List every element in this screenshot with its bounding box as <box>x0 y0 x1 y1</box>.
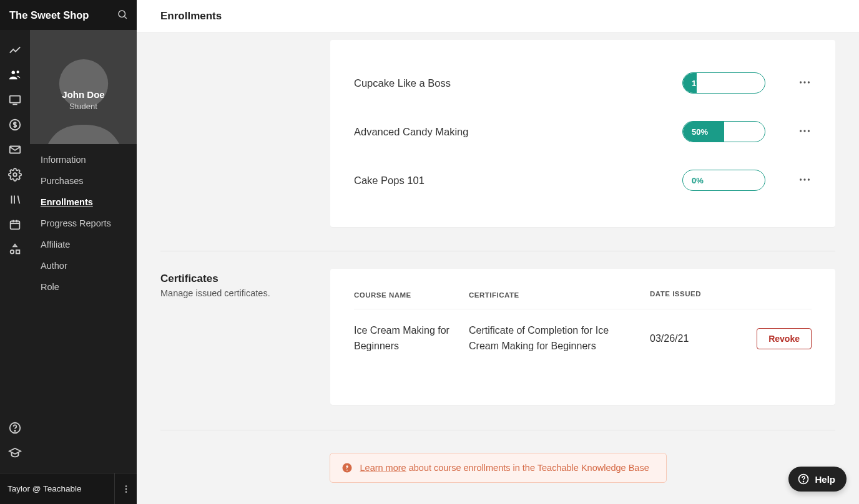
help-label: Help <box>815 474 835 485</box>
enrollment-row: Cake Pops 101 0% <box>354 156 812 205</box>
account-more-icon[interactable] <box>114 473 137 505</box>
courses-icon[interactable] <box>0 187 30 212</box>
section-divider <box>160 430 835 430</box>
analytics-icon[interactable] <box>0 37 30 62</box>
progress-pill: 17% <box>682 72 765 94</box>
user-menu-progress-reports[interactable]: Progress Reports <box>30 213 137 234</box>
col-head-date: Date Issued <box>650 290 719 301</box>
graduation-icon[interactable] <box>0 440 30 465</box>
col-head-course: Course Name <box>354 290 469 301</box>
svg-line-1 <box>124 16 126 18</box>
progress-pill: 50% <box>682 121 765 142</box>
user-menu: Information Purchases Enrollments Progre… <box>30 144 137 303</box>
main-area: Enrollments Cupcake Like a Boss 17% Adva… <box>137 0 859 504</box>
account-footer: Taylor @ Teachable <box>0 473 137 504</box>
enrollment-course-name: Advanced Candy Making <box>354 126 682 138</box>
icon-rail <box>0 0 30 504</box>
user-sidebar: John Doe Student Information Purchases E… <box>30 30 137 473</box>
site-icon[interactable] <box>0 87 30 112</box>
user-menu-enrollments[interactable]: Enrollments <box>30 191 137 213</box>
svg-rect-19 <box>16 250 20 254</box>
info-icon <box>341 462 353 473</box>
emails-icon[interactable] <box>0 137 30 162</box>
svg-point-28 <box>808 81 810 83</box>
certificates-card: Course Name Certificate Date Issued Ice … <box>330 269 835 405</box>
enrollment-row: Advanced Candy Making 50% <box>354 107 812 156</box>
user-menu-information[interactable]: Information <box>30 149 137 170</box>
brand-title[interactable]: The Sweet Shop <box>9 9 117 21</box>
progress-pill: 0% <box>682 170 765 191</box>
apps-icon[interactable] <box>0 237 30 262</box>
svg-point-2 <box>12 71 16 75</box>
svg-point-24 <box>125 488 126 489</box>
svg-point-30 <box>803 130 805 132</box>
progress-percent: 50% <box>683 122 765 142</box>
revoke-button[interactable]: Revoke <box>757 328 812 349</box>
certificates-subheading: Manage issued certificates. <box>160 288 330 298</box>
svg-point-21 <box>14 430 15 431</box>
enrollments-card: Cupcake Like a Boss 17% Advanced Candy M… <box>330 40 835 227</box>
svg-point-0 <box>119 11 125 17</box>
help-icon[interactable] <box>0 415 30 440</box>
help-button[interactable]: Help <box>788 467 847 492</box>
page-title: Enrollments <box>160 10 222 22</box>
settings-icon[interactable] <box>0 162 30 187</box>
svg-point-23 <box>125 485 126 487</box>
user-profile-card: John Doe Student <box>30 30 137 144</box>
row-more-icon[interactable] <box>798 75 812 91</box>
main-header: Enrollments <box>137 0 859 32</box>
svg-point-3 <box>16 70 19 73</box>
enrollment-row: Cupcake Like a Boss 17% <box>354 59 812 107</box>
certificate-row: Ice Cream Making for Beginners Certifica… <box>354 309 812 368</box>
svg-rect-13 <box>11 221 20 230</box>
cert-name: Certificate of Completion for Ice Cream … <box>469 323 650 354</box>
section-divider <box>160 251 835 251</box>
users-icon[interactable] <box>0 62 30 87</box>
svg-point-37 <box>803 482 804 482</box>
row-more-icon[interactable] <box>798 173 812 188</box>
progress-percent: 0% <box>683 170 765 190</box>
svg-point-27 <box>803 81 805 83</box>
enrollment-course-name: Cake Pops 101 <box>354 175 682 187</box>
calendar-icon[interactable] <box>0 212 30 237</box>
search-icon[interactable] <box>117 9 128 22</box>
svg-point-26 <box>800 81 802 83</box>
svg-rect-4 <box>10 96 21 103</box>
svg-point-29 <box>800 130 802 132</box>
user-name: John Doe <box>62 89 104 100</box>
banner-text: about course enrollments in the Teachabl… <box>406 463 649 473</box>
user-menu-role[interactable]: Role <box>30 276 137 298</box>
svg-point-34 <box>808 178 810 180</box>
svg-point-33 <box>803 178 805 180</box>
user-role: Student <box>69 102 97 111</box>
svg-point-22 <box>59 59 107 108</box>
user-menu-author[interactable]: Author <box>30 255 137 276</box>
enrollment-course-name: Cupcake Like a Boss <box>354 77 682 89</box>
learn-more-banner: Learn more about course enrollments in t… <box>330 453 667 483</box>
cert-date: 03/26/21 <box>650 333 719 344</box>
svg-point-25 <box>125 491 126 492</box>
svg-line-12 <box>18 196 20 204</box>
svg-point-32 <box>800 178 802 180</box>
learn-more-link[interactable]: Learn more <box>360 463 406 473</box>
progress-percent: 17% <box>683 73 765 93</box>
user-menu-affiliate[interactable]: Affiliate <box>30 234 137 255</box>
certificates-heading: Certificates <box>160 273 330 285</box>
account-name[interactable]: Taylor @ Teachable <box>0 484 114 493</box>
col-head-certificate: Certificate <box>469 290 650 301</box>
cert-course-name: Ice Cream Making for Beginners <box>354 323 469 354</box>
svg-marker-17 <box>13 245 17 247</box>
svg-point-18 <box>11 250 14 254</box>
sales-icon[interactable] <box>0 112 30 137</box>
svg-point-31 <box>808 130 810 132</box>
svg-point-9 <box>13 173 17 177</box>
user-menu-purchases[interactable]: Purchases <box>30 170 137 191</box>
row-more-icon[interactable] <box>798 124 812 140</box>
